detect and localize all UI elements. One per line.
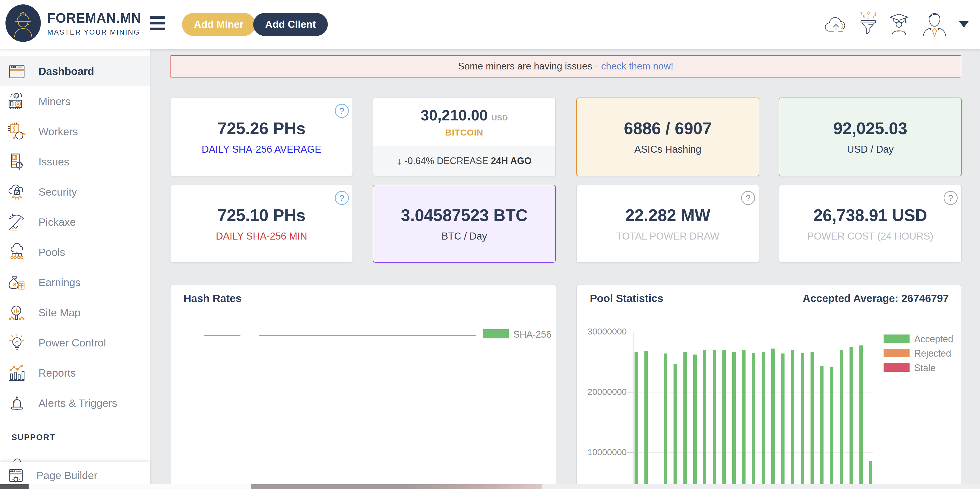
bar-accepted [781, 354, 784, 489]
pool-statistics-header: Pool Statistics Accepted Average: 267467… [577, 285, 961, 312]
hash-rates-header: Hash Rates [170, 285, 556, 312]
legend-swatch-sha256 [483, 329, 509, 338]
add-client-button[interactable]: Add Client [253, 13, 328, 36]
btc-per-day-label: BTC / Day [441, 231, 487, 242]
legend-swatch-stale [883, 363, 910, 372]
card-power-cost: ? 26,738.91 USD POWER COST (24 HOURS) [779, 185, 962, 263]
menu-icon[interactable] [150, 16, 165, 30]
sidebar-item-label: Workers [38, 126, 78, 138]
sidebar-item-label: Site Map [38, 307, 81, 319]
sidebar-item-issues[interactable]: Issues [0, 147, 150, 177]
bar-accepted [703, 350, 706, 489]
y-axis-tick-label: 20000000 [577, 387, 627, 397]
sidebar-item-reports[interactable]: Reports [0, 358, 150, 388]
axis-tick [627, 392, 633, 392]
sidebar-item-label: Security [38, 186, 77, 198]
sidebar-item-power-control[interactable]: Power Control [0, 328, 150, 358]
sidebar-item-dashboard[interactable]: Dashboard [0, 56, 150, 86]
alerts-icon [7, 393, 27, 413]
sidebar-item-label: Miners [38, 96, 70, 108]
foreman-logo-icon[interactable] [5, 4, 41, 42]
card-total-power-draw: ? 22.282 MW TOTAL POWER DRAW [576, 185, 759, 263]
sidebar-item-workers[interactable]: Workers [0, 116, 150, 147]
hash-rates-plot: SHA-256 [170, 313, 556, 489]
accepted-average-label: Accepted Average: 26746797 [803, 292, 949, 304]
scrollbar-track [29, 484, 251, 489]
sidebar-item-site-map[interactable]: Site Map [0, 298, 150, 328]
legend-item-stale[interactable]: Stale [883, 363, 935, 373]
y-axis-tick-label: 10000000 [577, 447, 627, 457]
power-cost-label: POWER COST (24 HOURS) [807, 231, 934, 242]
alert-check-now-link[interactable]: check them now! [601, 61, 673, 72]
scrollbar-corner [0, 484, 29, 489]
bitcoin-change-when: 24H AGO [491, 156, 531, 166]
svg-text:1: 1 [867, 15, 869, 20]
legend-label-rejected: Rejected [914, 349, 951, 358]
hash-rate-line-segment [259, 335, 476, 336]
bar-accepted [693, 355, 697, 489]
sha-average-label: DAILY SHA-256 AVERAGE [202, 144, 321, 155]
bitcoin-change-row: ↓ -0.64% DECREASE 24H AGO [373, 146, 555, 176]
earnings-icon: $ [7, 273, 27, 292]
sidebar-section-support: SUPPORT [0, 425, 150, 449]
asics-hashing-value: 6886 / 6907 [624, 119, 712, 138]
card-btc-per-day: 3.04587523 BTC BTC / Day [373, 185, 556, 263]
bar-accepted [752, 353, 755, 489]
sidebar-item-label: Page Builder [37, 470, 97, 482]
bar-accepted [722, 350, 726, 489]
sidebar-item-earnings[interactable]: $Earnings [0, 268, 150, 298]
brand-tagline: MASTER YOUR MINING [47, 29, 141, 37]
pool-statistics-plot: Accepted Rejected Stale 3000000020000000… [577, 313, 961, 489]
legend-swatch-rejected [883, 349, 910, 357]
bar-accepted [732, 352, 736, 489]
asics-hashing-label: ASICs Hashing [634, 144, 702, 155]
usd-per-day-label: USD / Day [847, 144, 893, 155]
total-power-draw-label: TOTAL POWER DRAW [616, 231, 719, 242]
add-miner-button[interactable]: Add Miner [182, 13, 256, 36]
cloud-upload-icon[interactable] [823, 14, 849, 34]
hash-rates-title: Hash Rates [183, 292, 242, 304]
svg-text:n: n [871, 14, 874, 19]
axis-tick [627, 331, 633, 332]
sidebar-item-security[interactable]: Security [0, 177, 150, 207]
data-filter-icon[interactable]: 1001n1 [858, 11, 879, 38]
sidebar-item-miners[interactable]: ₿Miners [0, 86, 150, 116]
main-content: Some miners are having issues - check th… [150, 49, 980, 489]
gridline [633, 331, 873, 332]
academy-icon[interactable] [888, 11, 910, 37]
header-icon-group: 1001n1 [823, 0, 969, 49]
legend-item-sha256[interactable]: SHA-256 [483, 329, 551, 339]
bitcoin-label: BITCOIN [445, 127, 484, 138]
account-icon[interactable] [919, 10, 950, 39]
pools-icon [7, 243, 27, 262]
bar-accepted [644, 351, 648, 489]
bar-accepted [742, 350, 746, 489]
bar-accepted [859, 346, 863, 489]
bar-accepted [713, 350, 716, 489]
sidebar-nav: Dashboard₿MinersWorkersIssuesSecurity101… [0, 56, 150, 418]
y-axis-tick-label: 30000000 [577, 327, 627, 336]
sidebar-item-alerts-triggers[interactable]: Alerts & Triggers [0, 388, 150, 418]
sidebar-item-pools[interactable]: Pools [0, 237, 150, 268]
hash-rates-panel: Hash Rates SHA-256 [170, 285, 556, 489]
sidebar-item-label: Earnings [38, 277, 81, 289]
dropdown-caret-icon[interactable] [959, 21, 969, 28]
legend-label-stale: Stale [914, 363, 935, 373]
scrollbar-thumb[interactable] [251, 484, 542, 489]
pickaxe-icon: 10110101 [7, 212, 27, 232]
bar-accepted [810, 352, 814, 489]
power-cost-value: 26,738.91 USD [813, 206, 927, 225]
reports-icon [7, 363, 27, 382]
dashboard-icon [7, 62, 27, 81]
legend-item-rejected[interactable]: Rejected [883, 349, 951, 358]
legend-swatch-accepted [883, 334, 910, 343]
sidebar-item-label: Pickaxe [38, 216, 76, 228]
legend-item-accepted[interactable]: Accepted [883, 334, 953, 344]
sidebar-item-label: Power Control [38, 337, 106, 349]
legend-label-sha256: SHA-256 [513, 330, 551, 339]
bar-accepted [635, 352, 638, 489]
sidebar-item-pickaxe[interactable]: 10110101Pickaxe [0, 207, 150, 237]
svg-text:₿: ₿ [15, 94, 18, 98]
bar-accepted [673, 364, 677, 489]
horizontal-scrollbar [0, 484, 980, 489]
